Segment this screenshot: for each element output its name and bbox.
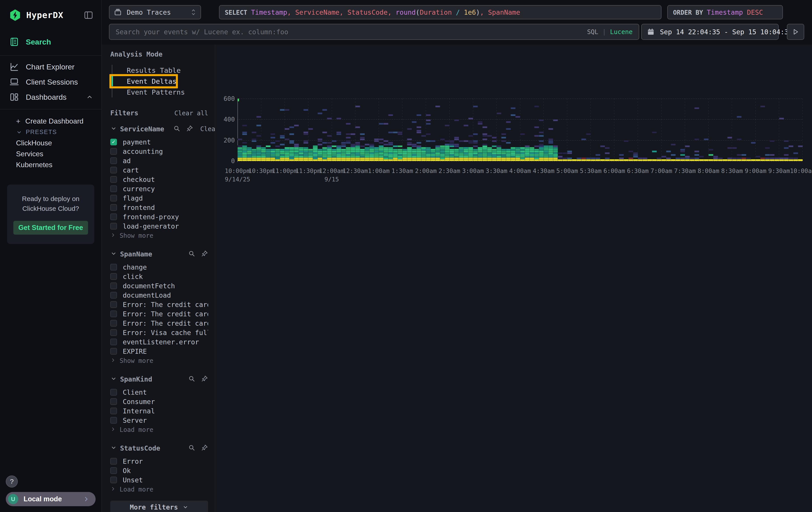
checkbox[interactable] [110, 148, 117, 155]
sidebar-item-clickhouse[interactable]: ClickHouse [0, 138, 102, 149]
filter-option-documentload[interactable]: documentLoad [110, 291, 208, 300]
chevron-down-icon[interactable] [110, 375, 117, 383]
get-started-button[interactable]: Get Started for Free [13, 221, 88, 235]
filter-option-error-the-credit-card-[interactable]: Error: The credit card (… [110, 319, 208, 328]
presets-toggle[interactable]: PRESETS [0, 127, 102, 138]
sql-select-editor[interactable]: SELECT Timestamp, ServiceName, StatusCod… [219, 5, 662, 19]
filter-option-error-the-credit-card-[interactable]: Error: The credit card (… [110, 300, 208, 309]
sql-mode-button[interactable]: SQL [587, 28, 598, 36]
filter-option-change[interactable]: change [110, 263, 208, 272]
filter-option-documentfetch[interactable]: documentFetch [110, 281, 208, 291]
search-icon[interactable] [185, 250, 195, 258]
checkbox[interactable] [110, 477, 117, 483]
filter-option-error-the-credit-card-[interactable]: Error: The credit card (… [110, 309, 208, 319]
search-icon[interactable] [185, 444, 195, 452]
filter-option-error[interactable]: Error [110, 457, 208, 466]
sidebar-collapse-icon[interactable] [84, 10, 93, 20]
checkbox[interactable] [110, 301, 117, 308]
pin-icon[interactable] [198, 444, 208, 452]
checkbox[interactable] [110, 467, 117, 474]
filter-option-checkout[interactable]: checkout [110, 175, 208, 184]
order-by-editor[interactable]: ORDER BY Timestamp DESC [667, 5, 783, 19]
filter-option-unset[interactable]: Unset [110, 475, 208, 485]
checkbox[interactable] [110, 398, 117, 405]
checkbox[interactable] [110, 157, 117, 164]
checkbox[interactable] [110, 329, 117, 336]
source-select[interactable]: Demo Traces [109, 5, 201, 19]
sidebar-item-client-sessions[interactable]: Client Sessions [0, 74, 102, 89]
checkbox[interactable] [110, 185, 117, 192]
pin-icon[interactable] [198, 250, 208, 258]
clear-filter-button[interactable]: Clear [200, 125, 215, 133]
filter-option-cart[interactable]: cart [110, 165, 208, 175]
chevron-up-icon[interactable] [86, 93, 93, 101]
search-icon[interactable] [171, 125, 180, 133]
filter-option-error-visa-cache-full-[interactable]: Error: Visa cache full: … [110, 328, 208, 337]
checkbox[interactable] [110, 282, 117, 289]
checkbox[interactable] [110, 348, 117, 355]
filter-option-click[interactable]: click [110, 272, 208, 281]
filter-option-accounting[interactable]: accounting [110, 147, 208, 156]
checkbox[interactable] [110, 458, 117, 465]
checkbox[interactable] [110, 264, 117, 270]
analysis-mode-event-deltas[interactable]: Event Deltas [113, 76, 208, 87]
load-more-button[interactable]: Load more [110, 485, 208, 494]
chevron-down-icon[interactable] [110, 444, 117, 452]
filter-option-currency[interactable]: currency [110, 184, 208, 193]
sidebar-item-chart-explorer[interactable]: Chart Explorer [0, 59, 102, 74]
heatmap-canvas[interactable] [237, 99, 803, 162]
sidebar-item-kubernetes[interactable]: Kubernetes [0, 159, 102, 170]
filter-option-internal[interactable]: Internal [110, 406, 208, 415]
checkbox[interactable] [110, 389, 117, 396]
sidebar-item-search[interactable]: Search [0, 34, 102, 49]
checkbox[interactable]: ✓ [110, 139, 117, 145]
filter-option-eventlistener-error[interactable]: eventListener.error [110, 337, 208, 347]
chevron-down-icon[interactable] [110, 125, 117, 133]
checkbox[interactable] [110, 167, 117, 173]
filter-option-server[interactable]: Server [110, 415, 208, 425]
analysis-mode-title: Analysis Mode [110, 50, 208, 58]
search-input[interactable] [116, 28, 583, 36]
filter-option-consumer[interactable]: Consumer [110, 397, 208, 406]
filter-option-ad[interactable]: ad [110, 156, 208, 165]
show-more-button[interactable]: Show more [110, 231, 208, 240]
clear-all-button[interactable]: Clear all [174, 110, 208, 117]
analysis-mode-results-table[interactable]: Results Table [113, 65, 208, 76]
load-more-button[interactable]: Load more [110, 425, 208, 434]
checkbox[interactable] [110, 417, 117, 424]
pin-icon[interactable] [183, 125, 193, 133]
filter-option-expire[interactable]: EXPIRE [110, 347, 208, 356]
checkbox[interactable] [110, 176, 117, 183]
filter-option-frontend-proxy[interactable]: frontend-proxy [110, 212, 208, 221]
local-mode-menu[interactable]: U Local mode [6, 492, 96, 506]
checkbox[interactable] [110, 273, 117, 280]
search-icon[interactable] [185, 375, 195, 383]
checkbox[interactable] [110, 204, 117, 211]
filter-option-frontend[interactable]: frontend [110, 203, 208, 212]
checkbox[interactable] [110, 339, 117, 345]
checkbox[interactable] [110, 223, 117, 230]
checkbox[interactable] [110, 320, 117, 327]
checkbox[interactable] [110, 214, 117, 220]
show-more-button[interactable]: Show more [110, 356, 208, 365]
more-filters-button[interactable]: More filters [110, 501, 208, 512]
chevron-down-icon[interactable] [110, 250, 117, 258]
create-dashboard-button[interactable]: + Create Dashboard [0, 116, 102, 127]
sidebar-item-dashboards[interactable]: Dashboards [0, 89, 102, 105]
filter-option-ok[interactable]: Ok [110, 466, 208, 475]
lucene-mode-button[interactable]: Lucene [610, 28, 633, 36]
filter-option-flagd[interactable]: flagd [110, 193, 208, 203]
sidebar-item-services[interactable]: Services [0, 149, 102, 159]
help-button[interactable]: ? [6, 476, 18, 487]
filter-option-client[interactable]: Client [110, 387, 208, 397]
analysis-mode-event-patterns[interactable]: Event Patterns [113, 87, 208, 98]
filter-option-payment[interactable]: ✓payment [110, 137, 208, 147]
checkbox[interactable] [110, 292, 117, 298]
pin-icon[interactable] [198, 375, 208, 383]
checkbox[interactable] [110, 408, 117, 414]
run-query-button[interactable] [787, 24, 804, 40]
checkbox[interactable] [110, 195, 117, 201]
date-range-picker[interactable]: Sep 14 22:04:35 - Sep 15 10:04:35 [641, 24, 779, 40]
checkbox[interactable] [110, 311, 117, 317]
filter-option-load-generator[interactable]: load-generator [110, 221, 208, 231]
